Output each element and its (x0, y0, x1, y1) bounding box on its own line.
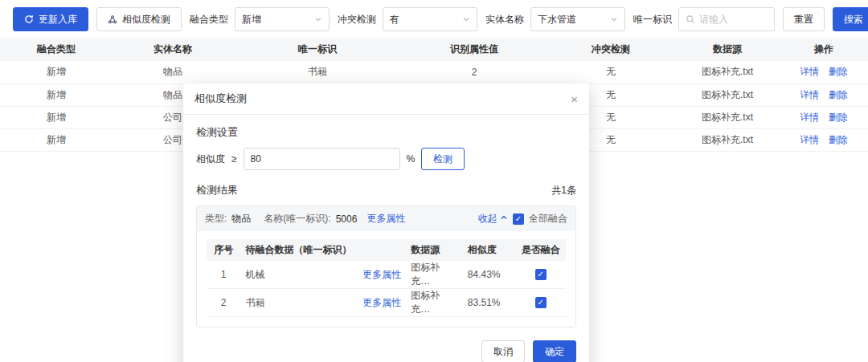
row-more-attrs-link[interactable]: 更多属性 (362, 268, 401, 282)
cell-attr: 2 (402, 61, 547, 83)
merge-all-label: 全部融合 (529, 212, 567, 226)
result-table: 序号 待融合数据（唯一标识） 数据源 相似度 是否融合 1 机械 (207, 239, 566, 317)
group-type-label: 类型: (205, 212, 227, 226)
close-icon[interactable]: × (571, 93, 578, 105)
conflict-select[interactable]: 有 (383, 7, 477, 31)
cell-merge (515, 289, 566, 317)
cell-ops: 详情 删除 (780, 83, 868, 106)
cell-no: 2 (207, 289, 240, 317)
similarity-detect-button[interactable]: 相似度检测 (96, 7, 182, 31)
uid-search-input[interactable] (699, 14, 764, 25)
toolbar: 更新入库 相似度检测 融合类型 新增 冲突检测 有 实体名称 (0, 0, 868, 38)
col-header-merge: 是否融合 (515, 239, 566, 261)
cell-no: 1 (207, 261, 240, 289)
cell-source: 图标补充.txt (675, 128, 780, 151)
total-count: 共1条 (551, 184, 576, 197)
modal-title: 相似度检测 (194, 92, 247, 106)
chevron-down-icon (462, 15, 470, 23)
similarity-detect-modal: 相似度检测 × 检测设置 相似度 ≥ % 检测 检测结果 共1条 类型: 物品 … (183, 83, 589, 362)
delete-link[interactable]: 删除 (829, 134, 848, 145)
cell-entity: 物品 (113, 61, 233, 83)
cancel-button[interactable]: 取消 (481, 340, 525, 362)
entity-name-select[interactable]: 下水管道 (530, 7, 625, 31)
cell-source: 图标补充.txt (675, 61, 780, 83)
cell-conflict: 无 (547, 61, 675, 83)
uid-search-box (678, 7, 775, 31)
group-type-value: 物品 (231, 212, 251, 226)
merge-all-checkbox[interactable] (513, 214, 524, 225)
col-header-source: 数据源 (675, 38, 780, 61)
row-more-attrs-link[interactable]: 更多属性 (362, 296, 401, 310)
fusion-type-select[interactable]: 新增 (235, 7, 330, 31)
result-table-wrap: 序号 待融合数据（唯一标识） 数据源 相似度 是否融合 1 机械 (197, 231, 575, 327)
cell-fusion: 新增 (0, 128, 113, 151)
col-header-no: 序号 (207, 239, 240, 261)
cell-source: 图标补充… (406, 261, 463, 289)
delete-link[interactable]: 删除 (829, 112, 848, 123)
detail-link[interactable]: 详情 (800, 112, 819, 123)
cell-name: 机械 更多属性 (240, 261, 406, 289)
collapse-link[interactable]: 收起 (478, 212, 508, 226)
cell-ops: 详情 删除 (780, 106, 868, 128)
cell-fusion: 新增 (0, 61, 113, 83)
group-name-label: 名称(唯一标识): (264, 212, 330, 226)
detail-link[interactable]: 详情 (800, 134, 819, 145)
group-name-value: 5006 (336, 214, 358, 225)
detail-link[interactable]: 详情 (800, 66, 819, 77)
cell-name: 书籍 更多属性 (240, 289, 406, 317)
confirm-button[interactable]: 确定 (533, 340, 576, 362)
delete-link[interactable]: 删除 (829, 66, 848, 77)
update-store-button[interactable]: 更新入库 (13, 7, 88, 31)
cell-fusion: 新增 (0, 106, 113, 128)
group-header: 类型: 物品 名称(唯一标识): 5006 更多属性 收起 全部融合 (197, 206, 575, 231)
threshold-row: 相似度 ≥ % 检测 (196, 148, 576, 170)
col-header-source: 数据源 (406, 239, 463, 261)
modal-body: 检测设置 相似度 ≥ % 检测 检测结果 共1条 类型: 物品 名称(唯一标识)… (183, 115, 589, 327)
percent-suffix: % (407, 153, 416, 165)
uid-label: 唯一标识 (633, 13, 672, 26)
cell-fusion: 新增 (0, 83, 113, 106)
fusion-type-value: 新增 (242, 13, 261, 26)
col-header-data: 待融合数据（唯一标识） (240, 239, 406, 261)
cell-uid: 书籍 (233, 61, 402, 83)
entity-name-label: 实体名称 (485, 13, 524, 26)
detect-button[interactable]: 检测 (421, 148, 465, 170)
settings-heading: 检测设置 (196, 125, 576, 140)
col-header-similarity: 相似度 (463, 239, 516, 261)
refresh-icon (24, 14, 34, 24)
col-header-uid: 唯一标识 (233, 38, 402, 61)
cell-similarity: 84.43% (463, 261, 516, 289)
table-header-row: 融合类型 实体名称 唯一标识 识别属性值 冲突检测 数据源 操作 (0, 38, 868, 61)
result-header-row: 序号 待融合数据（唯一标识） 数据源 相似度 是否融合 (207, 239, 566, 261)
threshold-operator: ≥ (231, 153, 237, 165)
group-more-attrs-link[interactable]: 更多属性 (366, 212, 405, 226)
cell-ops: 详情 删除 (780, 61, 868, 83)
col-header-entity: 实体名称 (113, 38, 233, 61)
results-row: 检测结果 共1条 (196, 183, 576, 197)
merge-candidate-name: 机械 (245, 268, 264, 282)
search-icon (686, 14, 695, 24)
modal-footer: 取消 确定 (183, 327, 589, 362)
merge-candidate-name: 书籍 (245, 296, 264, 310)
fusion-type-filter: 融合类型 新增 (190, 7, 330, 31)
detail-link[interactable]: 详情 (800, 89, 819, 100)
cell-similarity: 83.51% (463, 289, 516, 317)
table-row: 新增 物品 书籍 2 无 图标补充.txt 详情 删除 (0, 61, 868, 83)
cell-source: 图标补充.txt (675, 83, 780, 106)
cell-source: 图标补充.txt (675, 106, 780, 128)
collapse-label: 收起 (478, 213, 497, 224)
update-store-label: 更新入库 (39, 13, 77, 26)
chevron-down-icon (610, 15, 618, 23)
uid-filter: 唯一标识 (633, 7, 775, 31)
reset-button[interactable]: 重置 (783, 7, 825, 31)
merge-checkbox[interactable] (535, 269, 547, 280)
chevron-up-icon (500, 213, 508, 224)
delete-link[interactable]: 删除 (829, 89, 848, 100)
merge-checkbox[interactable] (535, 297, 547, 308)
search-button[interactable]: 搜索 (833, 7, 868, 31)
threshold-input[interactable] (244, 148, 400, 170)
fusion-type-label: 融合类型 (190, 13, 228, 26)
col-header-fusion: 融合类型 (0, 38, 113, 61)
result-group-card: 类型: 物品 名称(唯一标识): 5006 更多属性 收起 全部融合 (196, 205, 576, 327)
entity-name-filter: 实体名称 下水管道 (485, 7, 625, 31)
